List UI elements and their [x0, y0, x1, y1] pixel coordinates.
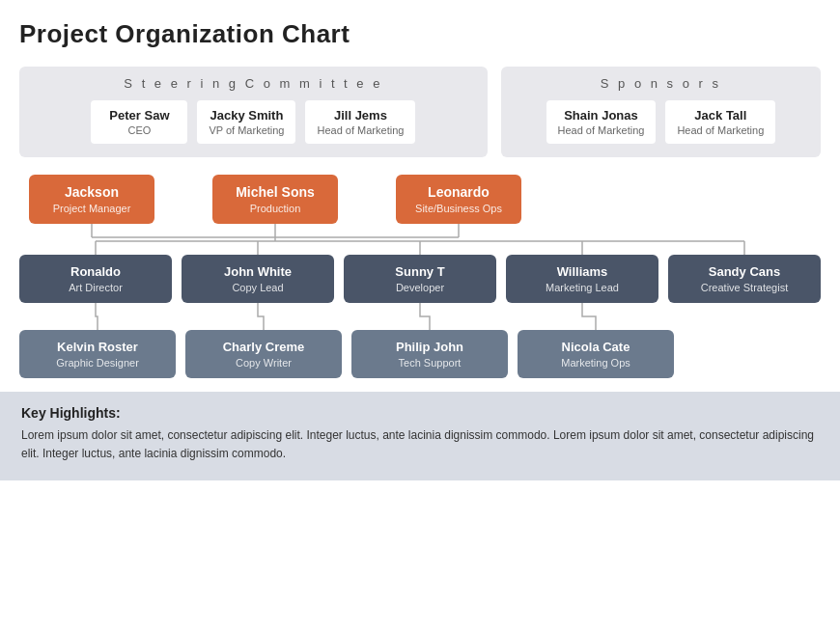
level3-name: Kelvin Roster [29, 340, 166, 354]
manager-role: Site/Business Ops [413, 203, 504, 214]
level2-box: Sandy CansCreative Strategist [668, 255, 821, 303]
level2-role: Marketing Lead [516, 282, 649, 293]
level2-row: RonaldoArt DirectorJohn WhiteCopy LeadSu… [19, 255, 821, 303]
steering-member-card: Peter SawCEO [91, 100, 187, 144]
level2-role: Developer [353, 282, 487, 293]
level2-name: John White [191, 264, 324, 279]
steering-cards: Peter SawCEOJacky SmithVP of MarketingJi… [31, 100, 476, 144]
connector-spacer-2 [19, 303, 821, 330]
level3-box: Kelvin RosterGraphic Designer [19, 330, 176, 378]
page-title: Project Organization Chart [19, 19, 821, 49]
level2-name: Sunny T [353, 264, 487, 279]
sponsors-cards: Shain JonasHead of MarketingJack TallHea… [513, 100, 809, 144]
member-name: Jack Tall [677, 108, 764, 123]
level2-box: Sunny TDeveloper [344, 255, 496, 303]
level2-role: Copy Lead [191, 282, 324, 293]
member-name: Jill Jems [317, 108, 404, 123]
level3-name: Philip John [361, 340, 498, 354]
level3-role: Graphic Designer [29, 357, 166, 369]
level3-role: Copy Writer [195, 357, 332, 369]
level3-role: Marketing Ops [527, 357, 664, 369]
level2-role: Creative Strategist [678, 282, 811, 293]
member-name: Jacky Smith [209, 108, 284, 123]
manager-box: Michel SonsProduction [212, 175, 338, 224]
key-highlights-title: Key Highlights: [21, 405, 819, 421]
manager-name: Michel Sons [230, 184, 321, 200]
manager-role: Production [230, 203, 321, 214]
empty-slot [684, 330, 821, 378]
chart-area: S t e e r i n g C o m m i t t e e Peter … [19, 67, 821, 378]
level3-name: Charly Creme [195, 340, 332, 354]
steering-committee-panel: S t e e r i n g C o m m i t t e e Peter … [19, 67, 488, 157]
sponsors-title: S p o n s o r s [513, 76, 809, 91]
manager-role: Project Manager [46, 203, 137, 214]
member-role: CEO [102, 124, 176, 136]
level3-row: Kelvin RosterGraphic DesignerCharly Crem… [19, 330, 821, 378]
member-role: VP of Marketing [209, 124, 284, 136]
manager-box: LeonardoSite/Business Ops [396, 175, 521, 224]
org-section: JacksonProject ManagerMichel SonsProduct… [19, 175, 821, 378]
level3-box: Nicola CateMarketing Ops [518, 330, 674, 378]
level2-role: Art Director [29, 282, 162, 293]
level2-name: Sandy Cans [678, 264, 811, 279]
connector-spacer [19, 224, 821, 255]
manager-name: Leonardo [413, 184, 504, 200]
level2-box: RonaldoArt Director [19, 255, 172, 303]
key-highlights-text: Lorem ipsum dolor sit amet, consectetur … [21, 426, 819, 463]
steering-title: S t e e r i n g C o m m i t t e e [31, 76, 476, 91]
level3-box: Charly CremeCopy Writer [185, 330, 342, 378]
level2-name: Ronaldo [29, 264, 162, 279]
level3-box: Philip JohnTech Support [351, 330, 508, 378]
manager-box: JacksonProject Manager [29, 175, 154, 224]
top-panels: S t e e r i n g C o m m i t t e e Peter … [19, 67, 821, 157]
steering-member-card: Jacky SmithVP of Marketing [197, 100, 295, 144]
level2-box: WilliamsMarketing Lead [506, 255, 658, 303]
sponsor-member-card: Jack TallHead of Marketing [665, 100, 775, 144]
member-role: Head of Marketing [677, 124, 764, 136]
level2-name: Williams [516, 264, 649, 279]
footer: Key Highlights: Lorem ipsum dolor sit am… [0, 392, 840, 480]
sponsor-member-card: Shain JonasHead of Marketing [546, 100, 657, 144]
member-role: Head of Marketing [317, 124, 404, 136]
member-name: Shain Jonas [558, 108, 645, 123]
level3-role: Tech Support [361, 357, 498, 369]
level3-name: Nicola Cate [527, 340, 664, 354]
sponsors-panel: S p o n s o r s Shain JonasHead of Marke… [501, 67, 821, 157]
member-name: Peter Saw [102, 108, 176, 123]
level2-box: John WhiteCopy Lead [182, 255, 334, 303]
manager-row: JacksonProject ManagerMichel SonsProduct… [19, 175, 821, 224]
member-role: Head of Marketing [558, 124, 645, 136]
manager-name: Jackson [46, 184, 137, 200]
steering-member-card: Jill JemsHead of Marketing [305, 100, 415, 144]
